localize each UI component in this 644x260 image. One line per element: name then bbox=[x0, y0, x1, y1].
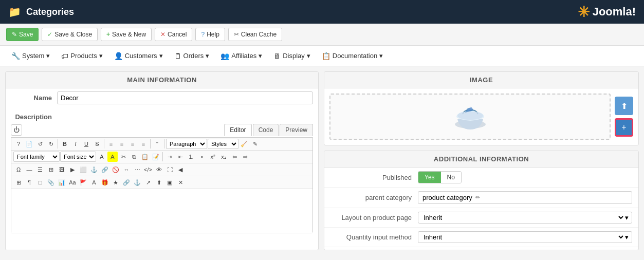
font-color-btn[interactable]: A bbox=[97, 152, 107, 162]
nav-item-customers[interactable]: 👤 Customers ▾ bbox=[109, 48, 168, 64]
abc-btn[interactable]: Aa bbox=[67, 177, 78, 188]
nav-item-affiliates[interactable]: 👥 Affiliates ▾ bbox=[215, 48, 267, 64]
save-new-button[interactable]: + Save & New bbox=[101, 28, 152, 41]
align-center-btn[interactable]: ≡ bbox=[117, 139, 127, 149]
bold-btn[interactable]: B bbox=[60, 139, 70, 149]
star-btn[interactable]: ★ bbox=[111, 177, 121, 188]
nav-item-orders[interactable]: 🗒 Orders ▾ bbox=[169, 48, 215, 64]
link-btn[interactable]: 🔗 bbox=[100, 164, 110, 175]
paragraph-select[interactable]: Paragraph bbox=[166, 139, 207, 149]
upload-image-button[interactable]: ⬆ bbox=[615, 97, 633, 115]
grid-btn[interactable]: ⊞ bbox=[13, 177, 24, 188]
code-btn[interactable]: </> bbox=[143, 164, 153, 175]
align-left-btn[interactable]: ≡ bbox=[106, 139, 116, 149]
align-justify-btn[interactable]: ≡ bbox=[138, 139, 149, 149]
undo-btn[interactable]: ↺ bbox=[35, 139, 45, 149]
super-btn[interactable]: x² bbox=[208, 152, 218, 162]
paste-btn[interactable]: 📋 bbox=[140, 152, 150, 162]
underline-btn[interactable]: U bbox=[81, 139, 91, 149]
frame-btn[interactable]: ⬜ bbox=[78, 164, 88, 175]
tab-code[interactable]: Code bbox=[253, 124, 279, 136]
styles-select[interactable]: Styles bbox=[208, 139, 238, 149]
font-family-select[interactable]: Font family bbox=[13, 152, 60, 162]
more-btn[interactable]: ⋯ bbox=[132, 164, 142, 175]
redo-btn[interactable]: ↻ bbox=[46, 139, 56, 149]
save-close-button[interactable]: ✓ Save & Close bbox=[42, 28, 98, 41]
outdent-btn[interactable]: ⇤ bbox=[175, 152, 186, 162]
clean-cache-button[interactable]: ✂ Clean Cache bbox=[228, 28, 282, 41]
para2-btn[interactable]: ¶ bbox=[24, 177, 34, 188]
save-new-label: Save & New bbox=[112, 31, 146, 38]
flag-btn[interactable]: 🚩 bbox=[78, 177, 88, 188]
preview-tb-btn[interactable]: 👁 bbox=[154, 164, 164, 175]
link2-btn[interactable]: 🔗 bbox=[121, 177, 132, 188]
blockquote-btn[interactable]: " bbox=[152, 139, 162, 149]
nav-item-display[interactable]: 🖥 Display ▾ bbox=[268, 48, 316, 64]
editor-body[interactable] bbox=[11, 189, 312, 233]
nav-item-system[interactable]: 🔧 System ▾ bbox=[6, 48, 55, 64]
special-char-btn[interactable]: Ω bbox=[13, 164, 24, 175]
italic-btn[interactable]: I bbox=[70, 139, 81, 149]
bg-color-btn[interactable]: A bbox=[107, 152, 118, 162]
gift-btn[interactable]: 🎁 bbox=[100, 177, 110, 188]
tab-preview[interactable]: Preview bbox=[280, 124, 313, 136]
upload-tb-btn[interactable]: ⬆ bbox=[154, 177, 164, 188]
hr-btn[interactable]: — bbox=[24, 164, 34, 175]
ltr-btn[interactable]: ⇨ bbox=[240, 152, 250, 162]
source-btn[interactable]: ✎ bbox=[250, 139, 260, 149]
close-tb-btn[interactable]: ✕ bbox=[175, 177, 186, 188]
indent-btn[interactable]: ⇥ bbox=[164, 152, 175, 162]
collapse-btn[interactable]: ◀ bbox=[175, 164, 186, 175]
anchor2-btn[interactable]: ⚓ bbox=[132, 177, 142, 188]
font-size-select[interactable]: Font size bbox=[60, 152, 96, 162]
rtl-btn[interactable]: ⇦ bbox=[229, 152, 240, 162]
power-button[interactable]: ⏻ bbox=[11, 124, 22, 136]
quantity-label: Quantity input method bbox=[330, 233, 418, 241]
box-btn[interactable]: □ bbox=[35, 177, 45, 188]
nav-item-documentation[interactable]: 📋 Documentation ▾ bbox=[317, 48, 388, 64]
media-btn[interactable]: ▶ bbox=[67, 164, 78, 175]
parent-category-input[interactable]: product category ✏ bbox=[418, 191, 632, 204]
copy-btn[interactable]: ⧉ bbox=[129, 152, 139, 162]
anchor-btn[interactable]: ⚓ bbox=[89, 164, 99, 175]
app-title-area: 📁 Categories bbox=[8, 6, 74, 18]
yes-button[interactable]: Yes bbox=[418, 172, 441, 183]
help-tb-btn[interactable]: ? bbox=[13, 139, 24, 149]
fullscreen-btn[interactable]: ⛶ bbox=[164, 164, 175, 175]
arrows-btn[interactable]: ↔ bbox=[121, 164, 132, 175]
tab-editor[interactable]: Editor bbox=[224, 124, 251, 136]
ol-btn[interactable]: 1. bbox=[186, 152, 196, 162]
nav-display-label: Display bbox=[283, 52, 305, 60]
list-btn[interactable]: ☰ bbox=[35, 164, 45, 175]
joomla-star-icon: ✳ bbox=[578, 4, 590, 21]
add-image-button[interactable]: + bbox=[615, 118, 633, 137]
save-button[interactable]: ✎ Save bbox=[6, 28, 39, 41]
paste-text-btn[interactable]: 📝 bbox=[151, 152, 161, 162]
ul-btn[interactable]: • bbox=[197, 152, 207, 162]
edit-pencil-icon[interactable]: ✏ bbox=[475, 194, 480, 201]
align-right-btn[interactable]: ≡ bbox=[127, 139, 138, 149]
layout-select[interactable]: Inherit bbox=[421, 213, 625, 222]
editor-area: ? 📄 ↺ ↻ B I U S ≡ ≡ ≡ ≡ " Paragraph bbox=[11, 137, 313, 233]
link3-btn[interactable]: ↗ bbox=[143, 177, 153, 188]
quantity-select[interactable]: Inherit bbox=[421, 233, 625, 242]
image-tb-btn[interactable]: 🖼 bbox=[57, 164, 67, 175]
cut-btn[interactable]: ✂ bbox=[118, 152, 128, 162]
name-input[interactable] bbox=[57, 91, 313, 104]
sub-btn[interactable]: x₂ bbox=[218, 152, 229, 162]
table-btn[interactable]: ⊞ bbox=[46, 164, 56, 175]
clip-btn[interactable]: 📎 bbox=[46, 177, 56, 188]
help-button[interactable]: ? Help bbox=[195, 28, 225, 41]
toolbar: ✎ Save ✓ Save & Close + Save & New ✕ Can… bbox=[0, 24, 644, 46]
unlink-btn[interactable]: 🚫 bbox=[111, 164, 121, 175]
widget-btn[interactable]: ▣ bbox=[164, 177, 175, 188]
nav-item-products[interactable]: 🏷 Products ▾ bbox=[56, 48, 107, 64]
strikethrough-btn[interactable]: S bbox=[92, 139, 102, 149]
cancel-button[interactable]: ✕ Cancel bbox=[155, 28, 192, 41]
clear-format-btn[interactable]: 🧹 bbox=[239, 139, 249, 149]
A-btn[interactable]: A bbox=[89, 177, 99, 188]
chart-btn[interactable]: 📊 bbox=[57, 177, 67, 188]
no-button[interactable]: No bbox=[441, 172, 461, 183]
new-doc-btn[interactable]: 📄 bbox=[24, 139, 34, 149]
image-drop-area[interactable] bbox=[329, 94, 611, 140]
